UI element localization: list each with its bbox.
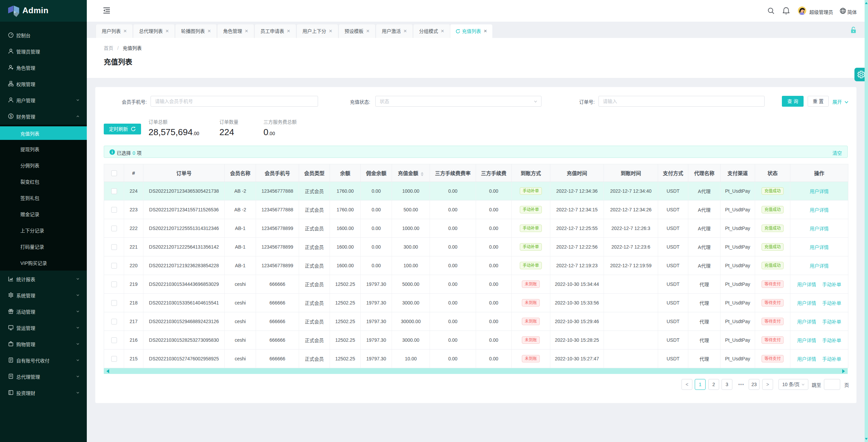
svg-text:$: $ [10, 114, 12, 118]
